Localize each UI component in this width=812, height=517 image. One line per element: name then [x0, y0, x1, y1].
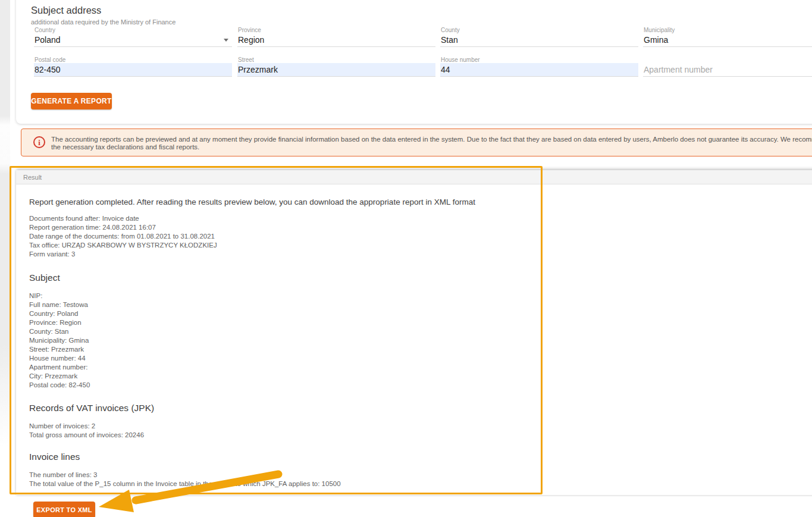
subject-line: Country: Poland — [29, 310, 78, 319]
subject-line: Province: Region — [29, 319, 81, 328]
vat-section-heading: Records of VAT invoices (JPK) — [29, 403, 154, 413]
house-number-label: House number — [441, 57, 480, 63]
subject-line: NIP: — [29, 292, 42, 301]
field-underline — [440, 46, 638, 47]
vat-line: Number of invoices: 2 — [29, 422, 95, 431]
info-icon: i — [33, 136, 45, 148]
field-underline — [34, 76, 232, 77]
field-underline — [237, 46, 435, 47]
county-label: County — [441, 27, 460, 33]
result-meta-line: Tax office: URZĄD SKARBOWY W BYSTRZYCY K… — [29, 242, 217, 250]
result-header-label: Result — [23, 174, 42, 181]
apartment-number-input[interactable] — [643, 63, 812, 76]
subject-line: Street: Przezmark — [29, 346, 84, 355]
page-background-strip — [0, 0, 10, 517]
subject-section-heading: Subject — [29, 272, 60, 283]
municipality-input[interactable] — [643, 33, 812, 46]
municipality-label: Municipality — [644, 27, 675, 33]
field-underline — [34, 46, 232, 47]
info-banner: i The accounting reports can be previewe… — [21, 129, 812, 156]
apartment-number-field[interactable] — [643, 57, 812, 76]
county-input[interactable] — [440, 33, 638, 46]
subject-line: Postal code: 82-450 — [29, 381, 90, 390]
field-underline — [237, 76, 435, 77]
field-underline — [643, 76, 812, 77]
banner-text-line2: the necessary tax declarations and fisca… — [51, 143, 199, 151]
result-meta-line: Date range of the documents: from 01.08.… — [29, 233, 215, 242]
export-to-xml-button[interactable]: EXPORT TO XML — [33, 502, 95, 517]
result-meta-line: Form variant: 3 — [29, 250, 75, 259]
subject-line: County: Stan — [29, 328, 68, 337]
province-input[interactable] — [237, 33, 435, 46]
subject-line: Municipality: Gmina — [29, 337, 89, 346]
street-input[interactable] — [237, 63, 435, 76]
result-meta-line: Documents found after: Invoice date — [29, 215, 139, 224]
house-number-field[interactable]: House number — [440, 57, 638, 76]
subject-line: House number: 44 — [29, 355, 86, 364]
invoice-lines-line: The total value of the P_15 column in th… — [29, 480, 341, 489]
field-underline — [643, 46, 812, 47]
card-title: Subject address — [31, 5, 101, 16]
municipality-field[interactable]: Municipality — [643, 27, 812, 46]
street-field[interactable]: Street — [237, 57, 435, 76]
street-label: Street — [238, 57, 254, 63]
postal-code-input[interactable] — [34, 63, 232, 76]
vat-line: Total gross amount of invoices: 20246 — [29, 431, 144, 440]
province-label: Province — [238, 27, 261, 33]
card-subtitle: additional data required by the Ministry… — [31, 18, 175, 26]
result-meta-line: Report generation time: 24.08.2021 16:07 — [29, 224, 156, 233]
invoice-lines-section-heading: Invoice lines — [29, 452, 80, 462]
house-number-input[interactable] — [440, 63, 638, 76]
postal-code-field[interactable]: Postal code — [34, 57, 232, 76]
generate-report-button[interactable]: GENERATE A REPORT — [31, 93, 112, 109]
country-input[interactable] — [34, 33, 232, 46]
province-field[interactable]: Province — [237, 27, 435, 46]
subject-line: Full name: Testowa — [29, 301, 88, 310]
chevron-down-icon — [224, 39, 228, 42]
subject-address-card: Subject address additional data required… — [16, 0, 812, 124]
county-field[interactable]: County — [440, 27, 638, 46]
banner-text-line1: The accounting reports can be previewed … — [51, 136, 812, 143]
subject-line: City: Przezmark — [29, 372, 77, 381]
invoice-lines-line: The number of lines: 3 — [29, 471, 97, 480]
field-underline — [440, 76, 638, 77]
country-label: Country — [35, 27, 55, 33]
result-intro-text: Report generation completed. After readi… — [29, 198, 475, 206]
country-select[interactable]: Country — [34, 27, 232, 46]
result-panel: Result Report generation completed. Afte… — [16, 170, 812, 495]
subject-line: Apartment number: — [29, 364, 87, 372]
result-panel-header[interactable]: Result — [16, 170, 812, 184]
postal-code-label: Postal code — [35, 57, 65, 63]
